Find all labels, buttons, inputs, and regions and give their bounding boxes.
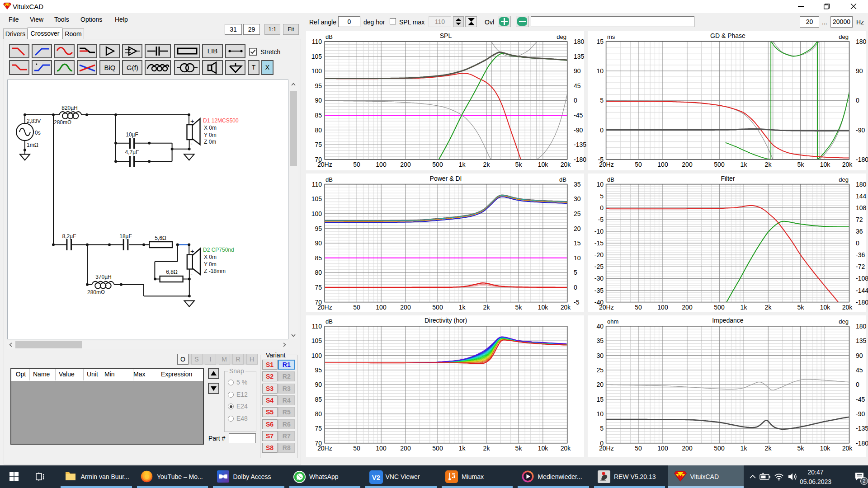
svg-text:Z -18mm: Z -18mm bbox=[204, 268, 226, 274]
svg-text:90: 90 bbox=[315, 381, 322, 388]
svg-text:20k: 20k bbox=[561, 161, 571, 168]
svg-text:50: 50 bbox=[635, 304, 642, 311]
svg-text:5,6Ω: 5,6Ω bbox=[155, 235, 166, 241]
svg-text:85: 85 bbox=[315, 396, 322, 403]
svg-text:110: 110 bbox=[312, 323, 322, 330]
svg-text:90: 90 bbox=[574, 67, 581, 75]
svg-text:-5: -5 bbox=[574, 299, 580, 306]
svg-text:10: 10 bbox=[596, 67, 604, 75]
svg-text:110: 110 bbox=[312, 181, 322, 188]
svg-text:20Hz: 20Hz bbox=[317, 161, 332, 168]
svg-text:2k: 2k bbox=[765, 161, 772, 168]
svg-text:20k: 20k bbox=[842, 161, 853, 168]
svg-text:500: 500 bbox=[714, 445, 725, 452]
svg-text:10k: 10k bbox=[820, 304, 831, 311]
svg-text:D1 12MCS500: D1 12MCS500 bbox=[203, 117, 239, 124]
svg-text:0: 0 bbox=[574, 284, 577, 291]
svg-text:80: 80 bbox=[315, 269, 322, 276]
svg-text:deg: deg bbox=[839, 318, 849, 325]
svg-text:108: 108 bbox=[856, 204, 867, 211]
svg-text:GD & Phase: GD & Phase bbox=[710, 32, 745, 39]
svg-text:100: 100 bbox=[376, 304, 387, 311]
svg-text:5: 5 bbox=[600, 192, 604, 200]
svg-text:2,83V: 2,83V bbox=[27, 118, 41, 124]
svg-text:dB: dB bbox=[326, 176, 333, 183]
svg-text:dB: dB bbox=[326, 33, 333, 40]
svg-text:dB: dB bbox=[559, 176, 566, 183]
svg-text:-45: -45 bbox=[574, 112, 583, 119]
svg-text:0: 0 bbox=[600, 127, 604, 134]
svg-text:10k: 10k bbox=[820, 161, 831, 168]
svg-text:6,8Ω: 6,8Ω bbox=[166, 269, 178, 275]
svg-text:-45: -45 bbox=[856, 396, 865, 403]
svg-text:5k: 5k bbox=[797, 161, 805, 168]
svg-text:-108: -108 bbox=[856, 275, 868, 282]
svg-text:1k: 1k bbox=[459, 445, 466, 452]
svg-text:500: 500 bbox=[432, 445, 443, 452]
svg-text:105: 105 bbox=[311, 337, 322, 344]
svg-text:100: 100 bbox=[657, 161, 668, 168]
svg-text:dB: dB bbox=[607, 176, 614, 183]
svg-text:BiQ: BiQ bbox=[104, 64, 115, 71]
svg-text:V2: V2 bbox=[372, 474, 380, 481]
svg-text:72: 72 bbox=[856, 216, 863, 223]
svg-text:200: 200 bbox=[400, 445, 411, 452]
svg-text:0: 0 bbox=[856, 381, 859, 388]
svg-text:90: 90 bbox=[856, 352, 863, 359]
svg-text:0: 0 bbox=[600, 204, 604, 211]
svg-text:-180: -180 bbox=[856, 299, 868, 306]
svg-text:deg: deg bbox=[839, 176, 849, 183]
svg-text:180: 180 bbox=[856, 38, 867, 45]
svg-text:105: 105 bbox=[311, 53, 322, 60]
svg-text:90: 90 bbox=[315, 97, 322, 104]
svg-text:-135: -135 bbox=[856, 425, 868, 432]
svg-text:20Hz: 20Hz bbox=[599, 161, 614, 168]
svg-text:G(f): G(f) bbox=[127, 64, 138, 71]
svg-text:-90: -90 bbox=[574, 127, 583, 134]
svg-text:-90: -90 bbox=[856, 410, 865, 418]
svg-text:20Hz: 20Hz bbox=[317, 304, 332, 311]
svg-text:0: 0 bbox=[574, 97, 577, 104]
svg-text:50: 50 bbox=[353, 445, 360, 452]
svg-text:370µH: 370µH bbox=[95, 274, 112, 280]
svg-text:100: 100 bbox=[657, 304, 668, 311]
svg-text:1k: 1k bbox=[459, 161, 466, 168]
svg-text:10: 10 bbox=[574, 254, 581, 262]
svg-text:180: 180 bbox=[856, 323, 867, 330]
svg-text:Impedance: Impedance bbox=[712, 317, 743, 324]
svg-text:85: 85 bbox=[315, 112, 322, 119]
svg-text:1k: 1k bbox=[459, 304, 466, 311]
svg-text:5: 5 bbox=[600, 97, 604, 104]
svg-text:180: 180 bbox=[856, 181, 867, 188]
svg-text:ms: ms bbox=[607, 33, 615, 40]
svg-text:100: 100 bbox=[311, 67, 322, 75]
svg-text:135: 135 bbox=[856, 337, 867, 344]
svg-text:100: 100 bbox=[657, 445, 668, 452]
svg-text:180: 180 bbox=[574, 38, 585, 45]
svg-text:280mΩ: 280mΩ bbox=[54, 119, 71, 126]
svg-text:-180: -180 bbox=[574, 156, 586, 163]
svg-text:20k: 20k bbox=[842, 445, 853, 452]
svg-text:8,2µF: 8,2µF bbox=[62, 233, 76, 239]
svg-text:15: 15 bbox=[596, 38, 604, 45]
svg-text:Directivity (hor): Directivity (hor) bbox=[425, 317, 467, 324]
svg-text:2k: 2k bbox=[765, 445, 772, 452]
svg-text:30: 30 bbox=[574, 195, 581, 202]
svg-text:deg: deg bbox=[839, 33, 849, 40]
svg-text:Y 0m: Y 0m bbox=[204, 132, 217, 138]
svg-text:90: 90 bbox=[315, 239, 322, 247]
svg-text:200: 200 bbox=[682, 161, 693, 168]
svg-text:-20: -20 bbox=[594, 251, 604, 258]
svg-text:Filter: Filter bbox=[721, 175, 735, 182]
svg-text:10: 10 bbox=[596, 181, 604, 188]
svg-text:5: 5 bbox=[574, 269, 577, 276]
svg-text:30: 30 bbox=[596, 352, 604, 359]
svg-text:95: 95 bbox=[315, 366, 322, 374]
svg-text:75: 75 bbox=[315, 141, 322, 148]
svg-text:5k: 5k bbox=[515, 161, 523, 168]
svg-text:10k: 10k bbox=[538, 304, 549, 311]
svg-text:20k: 20k bbox=[561, 445, 571, 452]
svg-text:X 0m: X 0m bbox=[204, 254, 217, 260]
svg-text:-10: -10 bbox=[594, 228, 604, 235]
svg-text:10: 10 bbox=[596, 410, 604, 418]
